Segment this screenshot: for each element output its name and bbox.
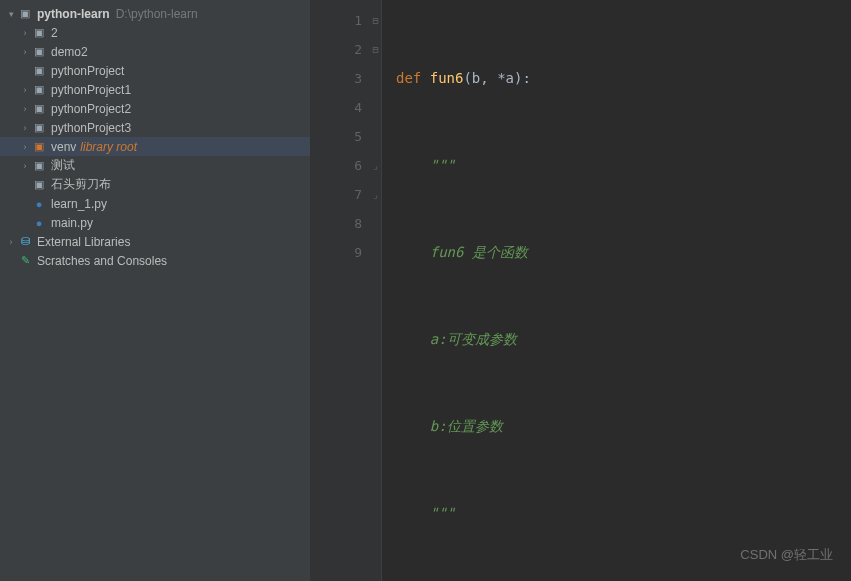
tree-item[interactable]: ▣ 石头剪刀布 xyxy=(0,175,310,194)
caret-right-icon[interactable]: › xyxy=(20,161,30,171)
folder-icon: ▣ xyxy=(32,83,46,97)
fold-end-icon: ⌟ xyxy=(370,151,381,180)
code-params: (b, *a): xyxy=(463,70,530,86)
tree-item-label: venv xyxy=(51,140,76,154)
tree-item-label: main.py xyxy=(51,216,93,230)
external-libraries-icon: ⛁ xyxy=(18,235,32,249)
fold-toggle-icon[interactable]: ⊟ xyxy=(370,35,381,64)
line-number[interactable]: 8 xyxy=(310,209,362,238)
code-docstring: b:位置参数 xyxy=(396,418,503,434)
tree-item-label: pythonProject xyxy=(51,64,124,78)
tree-item-file[interactable]: ● learn_1.py xyxy=(0,194,310,213)
tree-item-label: pythonProject3 xyxy=(51,121,131,135)
python-file-icon: ● xyxy=(32,216,46,230)
tree-item[interactable]: › ▣ pythonProject3 xyxy=(0,118,310,137)
folder-icon: ▣ xyxy=(32,121,46,135)
caret-down-icon[interactable]: ▾ xyxy=(6,9,16,19)
line-number[interactable]: 6 xyxy=(310,151,362,180)
label: External Libraries xyxy=(37,235,130,249)
code-line[interactable]: """ xyxy=(396,499,851,528)
watermark-text: CSDN @轻工业 xyxy=(740,541,833,569)
folder-icon: ▣ xyxy=(32,64,46,78)
caret-right-icon[interactable]: › xyxy=(20,104,30,114)
caret-right-icon[interactable]: › xyxy=(20,28,30,38)
folder-icon: ▣ xyxy=(32,45,46,59)
caret-placeholder xyxy=(20,66,30,76)
tree-item-label: learn_1.py xyxy=(51,197,107,211)
folder-icon: ▣ xyxy=(32,178,46,192)
tree-item-label: demo2 xyxy=(51,45,88,59)
folder-icon: ▣ xyxy=(32,102,46,116)
line-number-gutter[interactable]: 1 2 3 4 5 6 7 8 9 xyxy=(310,0,370,581)
caret-right-icon[interactable]: › xyxy=(6,237,16,247)
scratches-icon: ✎ xyxy=(18,254,32,268)
tree-item[interactable]: › ▣ 测试 xyxy=(0,156,310,175)
caret-right-icon[interactable]: › xyxy=(20,123,30,133)
code-line[interactable]: a:可变成参数 xyxy=(396,325,851,354)
tree-item-venv[interactable]: › ▣ venv library root xyxy=(0,137,310,156)
tree-item-file[interactable]: ● main.py xyxy=(0,213,310,232)
tree-item[interactable]: › ▣ demo2 xyxy=(0,42,310,61)
line-number[interactable]: 9 xyxy=(310,238,362,267)
folder-icon: ▣ xyxy=(32,159,46,173)
code-line[interactable]: b:位置参数 xyxy=(396,412,851,441)
code-editor[interactable]: 1 2 3 4 5 6 7 8 9 ⊟ ⊟ ⌟ ⌟ def fun6(b, *a… xyxy=(310,0,851,581)
line-number[interactable]: 7 xyxy=(310,180,362,209)
fold-toggle-icon[interactable]: ⊟ xyxy=(370,6,381,35)
line-number[interactable]: 3 xyxy=(310,64,362,93)
code-docstring: fun6 是个函数 xyxy=(396,244,528,260)
folder-icon: ▣ xyxy=(32,26,46,40)
caret-right-icon[interactable]: › xyxy=(20,142,30,152)
caret-placeholder xyxy=(20,180,30,190)
tree-item[interactable]: › ▣ pythonProject1 xyxy=(0,80,310,99)
caret-placeholder xyxy=(6,256,16,266)
tree-item-label: 石头剪刀布 xyxy=(51,176,111,193)
tree-item-label: 2 xyxy=(51,26,58,40)
tree-item-label: pythonProject2 xyxy=(51,102,131,116)
code-line[interactable]: def fun6(b, *a): xyxy=(396,64,851,93)
code-area[interactable]: def fun6(b, *a): """ fun6 是个函数 a:可变成参数 b… xyxy=(382,0,851,581)
tree-scratches[interactable]: ✎ Scratches and Consoles xyxy=(0,251,310,270)
tree-item-label: pythonProject1 xyxy=(51,83,131,97)
code-line[interactable]: """ xyxy=(396,151,851,180)
top-split: ▾ ▣ python-learn D:\python-learn › ▣ 2 ›… xyxy=(0,0,851,581)
tree-item[interactable]: › ▣ 2 xyxy=(0,23,310,42)
tree-root-path: D:\python-learn xyxy=(116,7,198,21)
line-number[interactable]: 4 xyxy=(310,93,362,122)
code-docstring: """ xyxy=(396,505,455,521)
line-number[interactable]: 1 xyxy=(310,6,362,35)
code-line[interactable]: fun6 是个函数 xyxy=(396,238,851,267)
code-docstring: """ xyxy=(396,157,455,173)
caret-right-icon[interactable]: › xyxy=(20,47,30,57)
line-number[interactable]: 2 xyxy=(310,35,362,64)
tree-item[interactable]: › ▣ pythonProject2 xyxy=(0,99,310,118)
library-root-hint: library root xyxy=(80,140,137,154)
venv-folder-icon: ▣ xyxy=(32,140,46,154)
tree-root-label: python-learn xyxy=(37,7,110,21)
label: Scratches and Consoles xyxy=(37,254,167,268)
tree-item-label: 测试 xyxy=(51,157,75,174)
fold-gutter[interactable]: ⊟ ⊟ ⌟ ⌟ xyxy=(370,0,382,581)
code-func-name: fun6 xyxy=(430,70,464,86)
tree-external-libraries[interactable]: › ⛁ External Libraries xyxy=(0,232,310,251)
line-number[interactable]: 5 xyxy=(310,122,362,151)
tree-root[interactable]: ▾ ▣ python-learn D:\python-learn xyxy=(0,4,310,23)
code-keyword: def xyxy=(396,70,430,86)
fold-end-icon: ⌟ xyxy=(370,180,381,209)
caret-right-icon[interactable]: › xyxy=(20,85,30,95)
code-docstring: a:可变成参数 xyxy=(396,331,517,347)
tree-item[interactable]: ▣ pythonProject xyxy=(0,61,310,80)
project-tree[interactable]: ▾ ▣ python-learn D:\python-learn › ▣ 2 ›… xyxy=(0,0,310,581)
python-file-icon: ● xyxy=(32,197,46,211)
project-icon: ▣ xyxy=(18,7,32,21)
